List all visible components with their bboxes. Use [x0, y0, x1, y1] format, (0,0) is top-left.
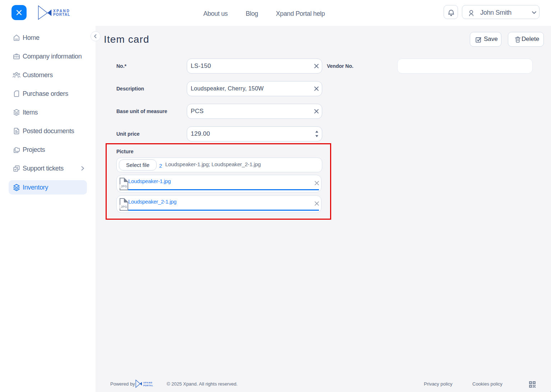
svg-text:JPG: JPG — [121, 205, 127, 209]
svg-text:XPAND: XPAND — [143, 382, 153, 384]
svg-text:PORTAL: PORTAL — [53, 13, 70, 17]
svg-text:XPAND: XPAND — [53, 9, 70, 13]
svg-text:PORTAL: PORTAL — [143, 384, 153, 387]
svg-text:JPG: JPG — [121, 185, 127, 188]
